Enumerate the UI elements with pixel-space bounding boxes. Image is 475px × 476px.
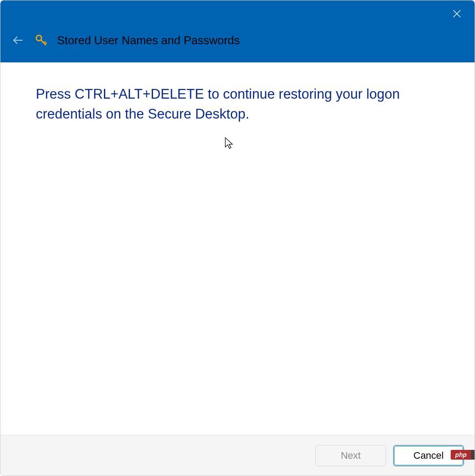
back-arrow-icon[interactable] <box>11 33 25 47</box>
titlebar-controls <box>0 0 475 27</box>
cursor-icon <box>224 137 234 152</box>
footer: Next Cancel <box>0 435 475 476</box>
svg-line-6 <box>45 43 46 44</box>
next-button: Next <box>315 445 386 466</box>
titlebar: Stored User Names and Passwords <box>0 0 475 62</box>
close-icon[interactable] <box>448 5 466 23</box>
titlebar-main: Stored User Names and Passwords <box>0 27 475 54</box>
window-title: Stored User Names and Passwords <box>57 34 240 47</box>
svg-line-5 <box>44 42 45 43</box>
key-icon <box>34 33 48 47</box>
instruction-text: Press CTRL+ALT+DELETE to continue restor… <box>36 84 439 124</box>
watermark-badge: php <box>451 450 471 460</box>
content-area: Press CTRL+ALT+DELETE to continue restor… <box>0 62 475 434</box>
